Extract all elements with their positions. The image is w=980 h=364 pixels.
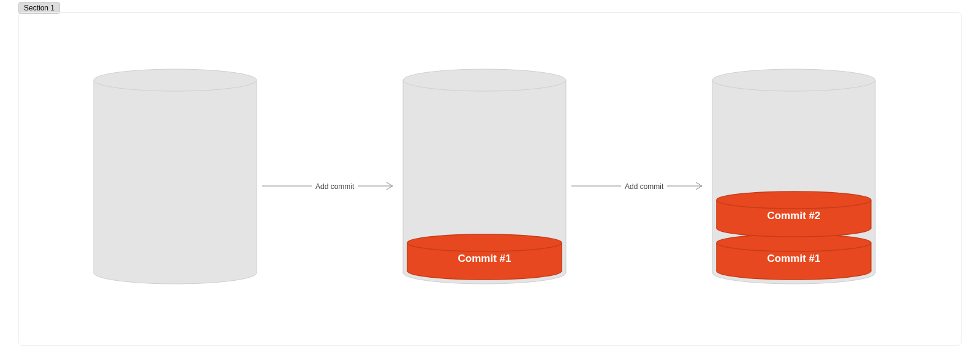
commit-label: Commit #1 [406, 233, 563, 281]
commit-label: Commit #2 [715, 190, 872, 238]
arrow-label-1: Add commit [312, 182, 358, 191]
cylinder-one-commit: Commit #1 [402, 68, 567, 285]
svg-rect-1 [94, 80, 257, 273]
svg-point-4 [94, 69, 257, 91]
svg-point-21 [712, 69, 875, 91]
commit-label: Commit #1 [715, 233, 872, 281]
svg-point-10 [403, 69, 566, 91]
cylinder-shape-icon [92, 68, 258, 285]
diagram-panel: Add commit Commit #1 Add comm [18, 12, 962, 346]
commit-disk: Commit #2 [715, 190, 872, 238]
commit-disk: Commit #1 [715, 233, 872, 281]
cylinder-two-commits: Commit #1 Commit #2 [711, 68, 876, 285]
commit-disk: Commit #1 [406, 233, 563, 281]
cylinder-empty [92, 68, 258, 285]
arrow-label-2: Add commit [621, 182, 667, 191]
